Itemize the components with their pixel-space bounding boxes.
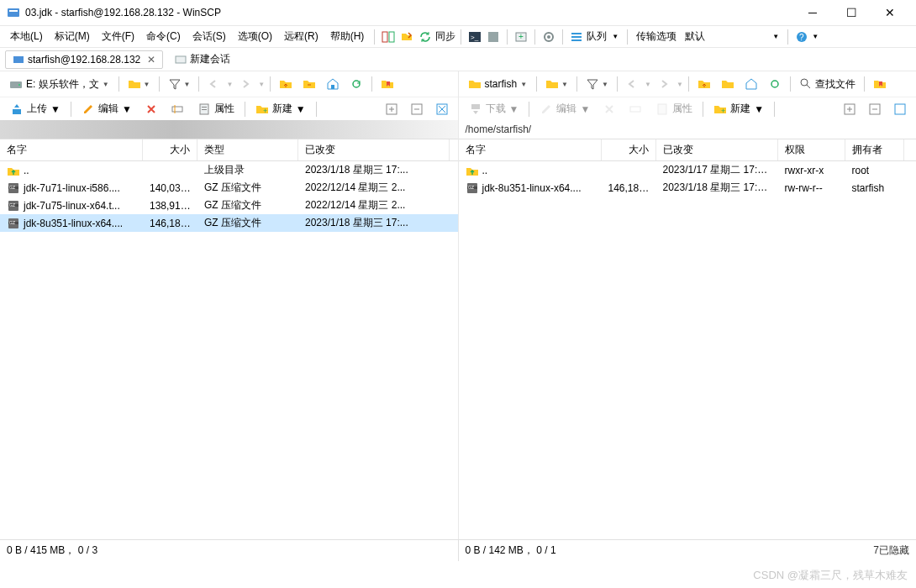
remote-refresh[interactable] (765, 76, 785, 92)
compare-icon[interactable] (380, 29, 397, 45)
menu-session[interactable]: 会话(S) (187, 27, 231, 46)
remote-path-bar[interactable]: /home/starfish/ (459, 120, 917, 139)
remote-back[interactable] (623, 76, 641, 92)
remote-columns-header[interactable]: 名字 大小 已改变 权限 拥有者 (459, 139, 917, 161)
local-back[interactable] (204, 76, 223, 92)
local-select-plus[interactable] (381, 102, 403, 117)
options-icon[interactable] (540, 29, 557, 45)
remote-parent-dir[interactable] (694, 76, 714, 92)
maximize-button[interactable]: ☐ (832, 0, 871, 25)
sync-icon[interactable] (417, 29, 434, 45)
remote-select-mask[interactable] (889, 102, 911, 117)
remote-delete-button[interactable] (598, 102, 620, 117)
file-row[interactable]: GZjdk-8u351-linux-x64....146,189...2023/… (459, 179, 917, 197)
local-file-list[interactable]: 名字 大小 类型 已改变 ..上级目录2023/1/18 星期三 17:...G… (0, 139, 458, 539)
local-edit-button[interactable]: 编辑▼ (76, 100, 137, 118)
local-columns-header[interactable]: 名字 大小 类型 已改变 (0, 139, 458, 161)
remote-open-folder[interactable]: ▼ (542, 76, 571, 92)
local-delete-button[interactable] (140, 102, 162, 117)
remote-download-button[interactable]: 下载▼ (464, 100, 524, 118)
queue-label[interactable]: 队列 (587, 29, 607, 44)
col-size[interactable]: 大小 (602, 139, 656, 160)
remote-rename-button[interactable] (624, 101, 647, 118)
remote-filter[interactable]: ▼ (582, 76, 612, 92)
local-refresh[interactable] (346, 76, 366, 92)
menu-command[interactable]: 命令(C) (141, 27, 186, 46)
col-type[interactable]: 类型 (197, 139, 298, 160)
local-bookmark[interactable] (377, 76, 397, 92)
remote-file-list[interactable]: 名字 大小 已改变 权限 拥有者 ..2023/1/17 星期二 17:4...… (459, 139, 917, 539)
tab-new-session[interactable]: 新建会话 (168, 50, 237, 69)
col-name[interactable]: 名字 (459, 139, 602, 160)
remote-select-minus[interactable] (864, 102, 886, 117)
remote-forward[interactable] (655, 76, 673, 92)
remote-find-button[interactable]: 查找文件 (796, 76, 859, 93)
remote-properties-button[interactable]: 属性 (650, 100, 698, 118)
remote-new-button[interactable]: +新建▼ (708, 100, 769, 118)
col-changed[interactable]: 已改变 (298, 139, 450, 160)
help-icon[interactable]: ? (793, 29, 810, 45)
local-select-minus[interactable] (406, 102, 428, 117)
local-filter[interactable]: ▼ (165, 76, 194, 92)
local-new-button[interactable]: +新建▼ (250, 100, 311, 118)
menu-bar: 本地(L) 标记(M) 文件(F) 命令(C) 会话(S) 选项(O) 远程(R… (0, 25, 916, 47)
menu-file[interactable]: 文件(F) (97, 27, 140, 46)
local-properties-button[interactable]: 属性 (192, 100, 240, 118)
file-row[interactable]: ..2023/1/17 星期二 17:4...rwxr-xr-xroot (459, 161, 917, 179)
local-drive-selector[interactable]: E: 娱乐软件，文 ▼ (5, 75, 113, 94)
remote-dir-label: starfish (485, 78, 518, 90)
svg-rect-22 (172, 107, 182, 112)
file-row[interactable]: ..上级目录2023/1/18 星期三 17:... (0, 161, 458, 179)
sync-label[interactable]: 同步 (435, 29, 455, 44)
remote-dir-selector[interactable]: starfish ▼ (464, 75, 532, 93)
local-status: 0 B / 415 MB， 0 / 3 (0, 540, 458, 561)
remote-edit-button[interactable]: 编辑▼ (534, 100, 595, 118)
local-rename-button[interactable] (166, 101, 189, 118)
file-name: .. (24, 165, 29, 176)
file-row[interactable]: GZjdk-7u75-linux-x64.t...138,912...GZ 压缩… (0, 197, 458, 214)
local-forward[interactable] (236, 76, 255, 92)
remote-select-plus[interactable] (839, 102, 861, 117)
menu-remote[interactable]: 远程(R) (279, 27, 324, 46)
file-type: 上级目录 (197, 161, 298, 179)
menu-help[interactable]: 帮助(H) (325, 27, 370, 46)
terminal-icon[interactable]: >_ (466, 29, 483, 45)
tab-close-icon[interactable]: ✕ (147, 54, 155, 66)
svg-text:GZ: GZ (9, 220, 15, 225)
svg-rect-24 (202, 107, 207, 108)
local-upload-button[interactable]: 上传▼ (5, 100, 66, 118)
remote-root-dir[interactable] (718, 76, 738, 92)
file-row[interactable]: GZjdk-7u71-linux-i586....140,038...GZ 压缩… (0, 179, 458, 197)
local-select-mask[interactable] (431, 102, 453, 117)
menu-local[interactable]: 本地(L) (5, 27, 48, 46)
file-name: jdk-8u351-linux-x64.... (24, 218, 123, 229)
local-open-folder[interactable]: ▼ (124, 76, 154, 92)
col-name[interactable]: 名字 (0, 139, 143, 160)
sync-browse-icon[interactable] (398, 29, 415, 45)
col-owner[interactable]: 拥有者 (845, 139, 904, 160)
queue-icon[interactable] (568, 29, 585, 45)
stop-icon[interactable] (485, 29, 502, 45)
svg-rect-16 (13, 56, 24, 63)
col-rights[interactable]: 权限 (778, 139, 845, 160)
tab-active-session[interactable]: starfish@192.168.28.132 ✕ (5, 50, 163, 69)
col-size[interactable]: 大小 (143, 139, 197, 160)
file-size (143, 169, 197, 172)
new-session-icon[interactable]: + (513, 29, 529, 45)
local-path-bar[interactable] (0, 120, 458, 139)
minimize-button[interactable]: ─ (793, 0, 832, 25)
file-name: jdk-8u351-linux-x64.... (482, 182, 582, 194)
local-root-dir[interactable] (299, 76, 319, 92)
remote-home-dir[interactable] (741, 76, 761, 92)
file-row[interactable]: GZjdk-8u351-linux-x64....146,189...GZ 压缩… (0, 214, 458, 232)
transfer-settings[interactable]: 传输选项 默认 ▼ (633, 28, 782, 45)
local-home-dir[interactable] (323, 76, 343, 92)
close-button[interactable]: ✕ (871, 0, 909, 25)
menu-options[interactable]: 选项(O) (233, 27, 277, 46)
remote-bookmark[interactable] (870, 76, 890, 92)
col-changed[interactable]: 已改变 (656, 139, 778, 160)
svg-text:?: ? (799, 33, 804, 42)
menu-mark[interactable]: 标记(M) (50, 27, 95, 46)
svg-rect-3 (389, 32, 394, 42)
local-parent-dir[interactable] (276, 76, 296, 92)
